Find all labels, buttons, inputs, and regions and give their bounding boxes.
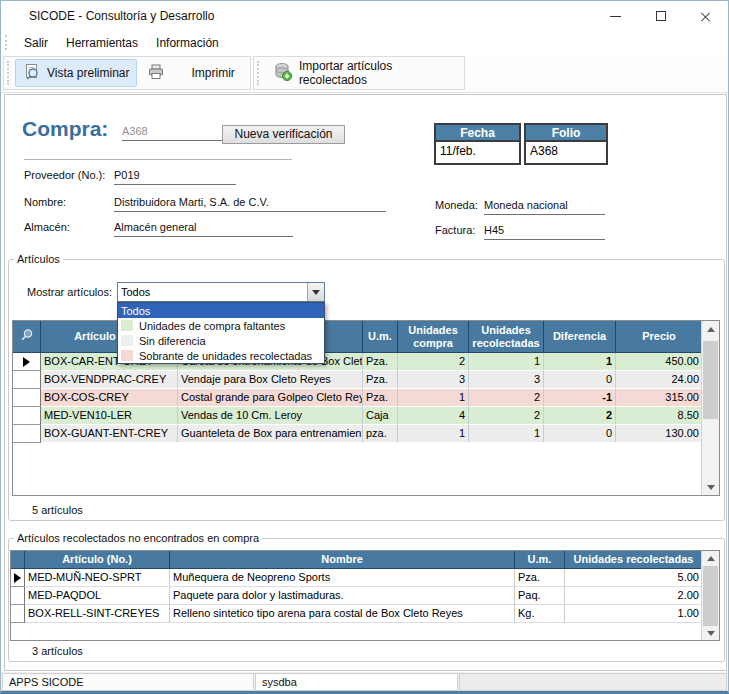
combobox-dropdown-button[interactable] — [307, 283, 324, 301]
row-selector[interactable] — [13, 407, 41, 425]
status-app-name: APPS SICODE — [2, 673, 254, 691]
filter-combobox[interactable]: Todos — [117, 282, 325, 302]
row-selector[interactable] — [13, 353, 41, 371]
row-selector[interactable] — [11, 605, 25, 623]
maximize-icon — [656, 11, 666, 21]
unidades-compra-cell: 4 — [398, 407, 469, 425]
articles-table-body: BOX-CAR-ENT-CREYCareta de entrenamiento … — [13, 353, 719, 443]
current-row-indicator — [23, 357, 30, 367]
proveedor-field[interactable]: P019 — [114, 167, 236, 185]
um-cell: Pza. — [363, 371, 398, 389]
scroll-down-icon[interactable] — [702, 626, 719, 640]
table-row[interactable]: BOX-GUANT-ENT-CREYGuanteleta de Box para… — [13, 425, 719, 443]
unidades-recolectadas-cell: 3 — [469, 371, 544, 389]
table-row[interactable]: MED-VEN10-LERVendas de 10 Cm. LeroyCaja4… — [13, 407, 719, 425]
scroll-up-icon[interactable] — [702, 551, 719, 565]
almacen-field[interactable]: Almacén general — [114, 219, 293, 237]
close-button[interactable] — [683, 1, 728, 31]
table-row[interactable]: MED-MUÑ-NEO-SPRTMuñequera de Neopreno Sp… — [11, 569, 719, 587]
column-header[interactable]: Diferencia — [544, 321, 616, 353]
unidades-recolectadas-cell: 1 — [469, 353, 544, 371]
unidades-recolectadas-cell: 1 — [469, 425, 544, 443]
column-header[interactable]: Artículo (No.) — [25, 551, 170, 569]
menu-item-informacion[interactable]: Información — [147, 33, 228, 53]
articulo-cell: MED-MUÑ-NEO-SPRT — [25, 569, 170, 587]
preview-document-magnifier-icon — [23, 63, 41, 84]
table-row[interactable]: BOX-RELL-SINT-CREYESRelleno sintetico ti… — [11, 605, 719, 623]
compra-number-field[interactable]: A368 — [122, 123, 222, 141]
column-header[interactable]: Precio — [616, 321, 703, 353]
title-bar: SICODE - Consultoría y Desarrollo — [1, 1, 728, 31]
scroll-up-icon[interactable] — [702, 321, 719, 337]
row-selector[interactable] — [13, 389, 41, 407]
diferencia-cell: 0 — [544, 371, 616, 389]
column-header[interactable]: U.m. — [515, 551, 565, 569]
table-row[interactable]: MED-PAQDOLPaquete para dolor y lastimadu… — [11, 587, 719, 605]
app-window: SICODE - Consultoría y Desarrollo Salir … — [0, 0, 729, 694]
table-row[interactable]: BOX-COS-CREYCostal grande para Golpeo Cl… — [13, 389, 719, 407]
toolbar-grip-handle[interactable] — [7, 61, 12, 85]
status-empty-panel — [459, 673, 727, 691]
selector-column-header[interactable] — [11, 551, 25, 569]
menu-grip-handle[interactable] — [5, 35, 9, 50]
current-row-indicator — [14, 573, 21, 583]
toolbar-grip-handle[interactable] — [257, 61, 262, 85]
nueva-verificacion-button[interactable]: Nueva verificación — [222, 125, 345, 144]
moneda-field[interactable]: Moneda nacional — [484, 197, 605, 215]
factura-field[interactable]: H45 — [484, 222, 605, 240]
folio-value: A368 — [526, 142, 606, 163]
not-found-count-label: 3 artículos — [32, 645, 83, 657]
nombre-cell: Guanteleta de Box para entrenamiento — [178, 425, 363, 443]
menu-item-salir[interactable]: Salir — [15, 33, 57, 53]
option-color-swatch — [121, 350, 133, 361]
articulo-cell: BOX-RELL-SINT-CREYES — [25, 605, 170, 623]
filter-label: Mostrar artículos: — [27, 286, 112, 298]
precio-cell: 8.50 — [616, 407, 703, 425]
nombre-cell: Costal grande para Golpeo Cleto Reyes — [178, 389, 363, 407]
not-found-table-header: Artículo (No.)NombreU.m.Unidades recolec… — [11, 551, 719, 569]
not-found-table-scrollbar[interactable] — [701, 551, 719, 640]
minimize-button[interactable] — [593, 1, 638, 31]
selector-column-header[interactable] — [13, 321, 41, 353]
option-label: Unidades de compra faltantes — [139, 320, 285, 332]
column-header[interactable]: Unidades compra — [398, 321, 469, 353]
precio-cell: 315.00 — [616, 389, 703, 407]
maximize-button[interactable] — [638, 1, 683, 31]
filter-option[interactable]: Unidades de compra faltantes — [118, 318, 324, 333]
import-articles-button[interactable]: Importar artículos recolectados — [265, 59, 464, 87]
menu-item-herramientas[interactable]: Herramientas — [57, 33, 147, 53]
scrollbar-thumb[interactable] — [703, 566, 718, 626]
articles-table-scrollbar[interactable] — [701, 321, 719, 495]
option-label: Todos — [121, 305, 150, 317]
column-header[interactable]: Nombre — [170, 551, 515, 569]
filter-option[interactable]: Sin diferencia — [118, 333, 324, 348]
not-found-table-body: MED-MUÑ-NEO-SPRTMuñequera de Neopreno Sp… — [11, 569, 719, 623]
print-button-label: Imprimir — [191, 66, 234, 80]
um-cell: Pza. — [363, 389, 398, 407]
filter-option[interactable]: Todos — [118, 303, 324, 318]
scroll-down-icon[interactable] — [702, 479, 719, 495]
nombre-field[interactable]: Distribuidora Marti, S.A. de C.V. — [114, 194, 386, 212]
print-button[interactable]: Imprimir — [139, 59, 242, 87]
column-header[interactable]: Unidades recolectadas — [565, 551, 703, 569]
not-found-table: Artículo (No.)NombreU.m.Unidades recolec… — [10, 550, 720, 641]
row-selector[interactable] — [13, 425, 41, 443]
table-row[interactable]: BOX-VENDPRAC-CREYVendaje para Box Cleto … — [13, 371, 719, 389]
column-header[interactable]: Unidades recolectadas — [469, 321, 544, 353]
unidades-compra-cell: 1 — [398, 425, 469, 443]
toolbar-group-import: Importar artículos recolectados — [253, 56, 465, 90]
nombre-cell: Vendas de 10 Cm. Leroy — [178, 407, 363, 425]
column-header[interactable]: U.m. — [363, 321, 398, 353]
articulo-cell: BOX-COS-CREY — [41, 389, 178, 407]
scrollbar-thumb[interactable] — [703, 341, 718, 419]
row-selector[interactable] — [13, 371, 41, 389]
row-selector[interactable] — [11, 587, 25, 605]
database-import-icon — [273, 62, 293, 85]
row-selector[interactable] — [11, 569, 25, 587]
filter-option[interactable]: Sobrante de unidades recolectadas — [118, 348, 324, 363]
nombre-cell: Relleno sintetico tipo arena para costal… — [170, 605, 515, 623]
unidades-recolectadas-cell: 2.00 — [565, 587, 703, 605]
nombre-cell: Vendaje para Box Cleto Reyes — [178, 371, 363, 389]
preview-button[interactable]: Vista preliminar — [15, 59, 137, 87]
nombre-cell: Paquete para dolor y lastimaduras. — [170, 587, 515, 605]
